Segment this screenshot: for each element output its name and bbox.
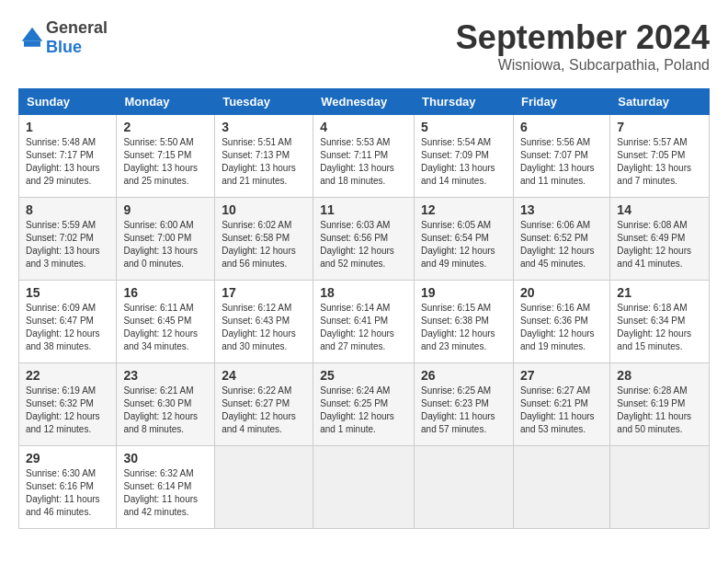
- day-info: Sunrise: 6:30 AM Sunset: 6:16 PM Dayligh…: [26, 467, 109, 519]
- day-info: Sunrise: 6:22 AM Sunset: 6:27 PM Dayligh…: [222, 385, 306, 436]
- table-row: 1Sunrise: 5:48 AM Sunset: 7:17 PM Daylig…: [19, 115, 710, 198]
- day-number: 5: [421, 120, 506, 134]
- day-info: Sunrise: 5:57 AM Sunset: 7:05 PM Dayligh…: [617, 136, 702, 188]
- day-number: 4: [320, 120, 407, 134]
- day-info: Sunrise: 6:24 AM Sunset: 6:25 PM Dayligh…: [320, 385, 407, 436]
- col-sunday: Sunday: [19, 89, 117, 115]
- day-info: Sunrise: 6:09 AM Sunset: 6:47 PM Dayligh…: [26, 302, 109, 353]
- table-row: 29Sunrise: 6:30 AM Sunset: 6:16 PM Dayli…: [19, 446, 710, 529]
- day-number: 8: [26, 202, 109, 217]
- day-number: 9: [123, 202, 208, 217]
- day-number: 10: [222, 202, 306, 217]
- calendar-cell: 26Sunrise: 6:25 AM Sunset: 6:23 PM Dayli…: [415, 363, 514, 446]
- calendar-cell: 15Sunrise: 6:09 AM Sunset: 6:47 PM Dayli…: [19, 281, 117, 363]
- calendar-cell: 4Sunrise: 5:53 AM Sunset: 7:11 PM Daylig…: [313, 115, 415, 198]
- table-row: 22Sunrise: 6:19 AM Sunset: 6:32 PM Dayli…: [19, 363, 710, 446]
- day-info: Sunrise: 6:00 AM Sunset: 7:00 PM Dayligh…: [123, 219, 208, 270]
- day-number: 28: [617, 368, 702, 383]
- calendar-cell: 2Sunrise: 5:50 AM Sunset: 7:15 PM Daylig…: [117, 115, 215, 198]
- calendar-header-row: Sunday Monday Tuesday Wednesday Thursday…: [19, 89, 710, 115]
- day-info: Sunrise: 5:56 AM Sunset: 7:07 PM Dayligh…: [520, 136, 603, 188]
- day-number: 23: [123, 368, 208, 383]
- col-monday: Monday: [117, 89, 215, 115]
- day-number: 19: [421, 285, 506, 300]
- day-info: Sunrise: 6:28 AM Sunset: 6:19 PM Dayligh…: [617, 385, 702, 436]
- calendar-cell: 14Sunrise: 6:08 AM Sunset: 6:49 PM Dayli…: [610, 198, 710, 281]
- calendar-cell: 7Sunrise: 5:57 AM Sunset: 7:05 PM Daylig…: [610, 115, 710, 198]
- col-friday: Friday: [513, 89, 609, 115]
- calendar-cell: [415, 446, 514, 529]
- day-number: 17: [222, 285, 306, 300]
- calendar-cell: [513, 446, 609, 529]
- day-number: 21: [617, 285, 702, 300]
- day-number: 27: [520, 368, 603, 383]
- logo-general-text: General: [46, 18, 108, 37]
- calendar-cell: [610, 446, 710, 529]
- day-number: 3: [222, 120, 306, 134]
- day-info: Sunrise: 5:51 AM Sunset: 7:13 PM Dayligh…: [222, 136, 306, 188]
- calendar-cell: 21Sunrise: 6:18 AM Sunset: 6:34 PM Dayli…: [610, 281, 710, 363]
- day-info: Sunrise: 6:03 AM Sunset: 6:56 PM Dayligh…: [320, 219, 407, 270]
- day-info: Sunrise: 6:18 AM Sunset: 6:34 PM Dayligh…: [617, 302, 702, 353]
- generalblue-logo-icon: [18, 24, 46, 52]
- calendar-cell: 23Sunrise: 6:21 AM Sunset: 6:30 PM Dayli…: [117, 363, 215, 446]
- day-info: Sunrise: 6:05 AM Sunset: 6:54 PM Dayligh…: [421, 219, 506, 270]
- calendar-cell: 10Sunrise: 6:02 AM Sunset: 6:58 PM Dayli…: [215, 198, 313, 281]
- day-info: Sunrise: 6:08 AM Sunset: 6:49 PM Dayligh…: [617, 219, 702, 270]
- title-section: September 2024 Wisniowa, Subcarpathia, P…: [456, 18, 710, 74]
- table-row: 8Sunrise: 5:59 AM Sunset: 7:02 PM Daylig…: [19, 198, 710, 281]
- day-number: 12: [421, 202, 506, 217]
- day-info: Sunrise: 5:59 AM Sunset: 7:02 PM Dayligh…: [26, 219, 109, 270]
- calendar-cell: 27Sunrise: 6:27 AM Sunset: 6:21 PM Dayli…: [513, 363, 609, 446]
- calendar-cell: 22Sunrise: 6:19 AM Sunset: 6:32 PM Dayli…: [19, 363, 117, 446]
- day-number: 22: [26, 368, 109, 383]
- day-number: 11: [320, 202, 407, 217]
- header: General Blue September 2024 Wisniowa, Su…: [18, 18, 710, 74]
- day-number: 15: [26, 285, 109, 300]
- calendar-cell: 28Sunrise: 6:28 AM Sunset: 6:19 PM Dayli…: [610, 363, 710, 446]
- calendar-cell: 13Sunrise: 6:06 AM Sunset: 6:52 PM Dayli…: [513, 198, 609, 281]
- day-number: 20: [520, 285, 603, 300]
- day-number: 6: [520, 120, 603, 134]
- calendar-cell: [313, 446, 415, 529]
- calendar-cell: 1Sunrise: 5:48 AM Sunset: 7:17 PM Daylig…: [19, 115, 117, 198]
- day-number: 1: [26, 120, 109, 134]
- calendar-cell: 25Sunrise: 6:24 AM Sunset: 6:25 PM Dayli…: [313, 363, 415, 446]
- svg-marker-0: [22, 28, 43, 41]
- day-number: 2: [123, 120, 208, 134]
- day-number: 25: [320, 368, 407, 383]
- day-number: 18: [320, 285, 407, 300]
- day-info: Sunrise: 5:48 AM Sunset: 7:17 PM Dayligh…: [26, 136, 109, 188]
- calendar-cell: 24Sunrise: 6:22 AM Sunset: 6:27 PM Dayli…: [215, 363, 313, 446]
- location-subtitle: Wisniowa, Subcarpathia, Poland: [456, 57, 710, 74]
- svg-rect-1: [24, 41, 40, 47]
- day-info: Sunrise: 6:27 AM Sunset: 6:21 PM Dayligh…: [520, 385, 603, 436]
- logo: General Blue: [18, 18, 108, 57]
- calendar-cell: 5Sunrise: 5:54 AM Sunset: 7:09 PM Daylig…: [415, 115, 514, 198]
- day-number: 16: [123, 285, 208, 300]
- calendar-cell: 11Sunrise: 6:03 AM Sunset: 6:56 PM Dayli…: [313, 198, 415, 281]
- month-title: September 2024: [456, 18, 710, 57]
- day-info: Sunrise: 6:11 AM Sunset: 6:45 PM Dayligh…: [123, 302, 208, 353]
- calendar-cell: 6Sunrise: 5:56 AM Sunset: 7:07 PM Daylig…: [513, 115, 609, 198]
- calendar-cell: 3Sunrise: 5:51 AM Sunset: 7:13 PM Daylig…: [215, 115, 313, 198]
- day-info: Sunrise: 6:02 AM Sunset: 6:58 PM Dayligh…: [222, 219, 306, 270]
- col-tuesday: Tuesday: [215, 89, 313, 115]
- day-info: Sunrise: 6:32 AM Sunset: 6:14 PM Dayligh…: [123, 467, 208, 519]
- day-number: 26: [421, 368, 506, 383]
- calendar-cell: 29Sunrise: 6:30 AM Sunset: 6:16 PM Dayli…: [19, 446, 117, 529]
- col-wednesday: Wednesday: [313, 89, 415, 115]
- calendar-cell: 17Sunrise: 6:12 AM Sunset: 6:43 PM Dayli…: [215, 281, 313, 363]
- day-info: Sunrise: 5:54 AM Sunset: 7:09 PM Dayligh…: [421, 136, 506, 188]
- day-info: Sunrise: 5:50 AM Sunset: 7:15 PM Dayligh…: [123, 136, 208, 188]
- day-number: 13: [520, 202, 603, 217]
- calendar-cell: [215, 446, 313, 529]
- day-info: Sunrise: 6:12 AM Sunset: 6:43 PM Dayligh…: [222, 302, 306, 353]
- day-info: Sunrise: 6:06 AM Sunset: 6:52 PM Dayligh…: [520, 219, 603, 270]
- day-info: Sunrise: 6:15 AM Sunset: 6:38 PM Dayligh…: [421, 302, 506, 353]
- calendar-cell: 16Sunrise: 6:11 AM Sunset: 6:45 PM Dayli…: [117, 281, 215, 363]
- calendar-cell: 18Sunrise: 6:14 AM Sunset: 6:41 PM Dayli…: [313, 281, 415, 363]
- calendar-cell: 8Sunrise: 5:59 AM Sunset: 7:02 PM Daylig…: [19, 198, 117, 281]
- day-info: Sunrise: 6:21 AM Sunset: 6:30 PM Dayligh…: [123, 385, 208, 436]
- calendar-cell: 9Sunrise: 6:00 AM Sunset: 7:00 PM Daylig…: [117, 198, 215, 281]
